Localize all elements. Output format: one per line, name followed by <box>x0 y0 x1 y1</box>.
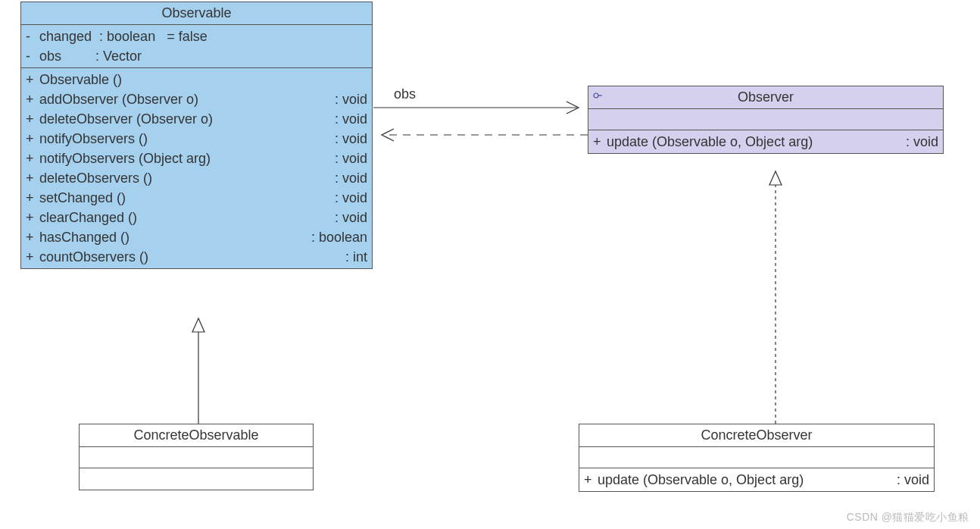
operation-row: +update (Observable o, Object arg) : voi… <box>584 470 929 490</box>
association-observable-to-observer <box>373 102 579 114</box>
attr-type: : Vector <box>95 46 142 66</box>
class-title: ConcreteObserver <box>579 424 934 447</box>
visibility: - <box>26 27 39 46</box>
visibility: - <box>26 46 39 66</box>
attributes-compartment <box>80 447 313 468</box>
attributes-compartment <box>579 447 934 468</box>
interface-lollipop-icon <box>593 91 602 100</box>
svg-point-0 <box>594 93 598 98</box>
operations-compartment: +update (Observable o, Object arg) : voi… <box>588 130 943 153</box>
operation-row: +notifyObservers () : void <box>26 129 367 149</box>
operations-compartment: +update (Observable o, Object arg) : voi… <box>579 468 934 491</box>
generalization-concreteobservable-to-observable <box>192 318 204 424</box>
attributes-compartment <box>588 109 943 130</box>
operation-row: +deleteObservers () : void <box>26 168 367 188</box>
attr-name: changed <box>39 27 99 46</box>
association-label-obs: obs <box>394 86 416 102</box>
operation-row: +setChanged () : void <box>26 188 367 208</box>
operation-row: +countObservers () : int <box>26 247 367 267</box>
class-title: ConcreteObservable <box>80 424 313 447</box>
svg-marker-7 <box>769 171 782 185</box>
uml-class-observable: Observable - changed : boolean = false -… <box>20 2 373 269</box>
attr-type: : boolean = false <box>99 27 208 46</box>
operation-row: +deleteObserver (Observer o) : void <box>26 109 367 129</box>
operation-row: +Observable () <box>26 70 367 89</box>
operation-row: +update (Observable o, Object arg) : voi… <box>593 132 938 152</box>
class-title: Observable <box>21 2 372 25</box>
operations-compartment: +Observable () +addObserver (Observer o)… <box>21 68 372 268</box>
operation-row: +hasChanged () : boolean <box>26 227 367 247</box>
attribute-row: - changed : boolean = false <box>26 27 367 46</box>
operation-row: +clearChanged () : void <box>26 208 367 227</box>
dependency-observer-to-observable <box>382 129 588 141</box>
attributes-compartment: - changed : boolean = false - obs : Vect… <box>21 25 372 68</box>
operations-compartment <box>80 468 313 490</box>
uml-class-concrete-observable: ConcreteObservable <box>79 424 314 490</box>
realization-concreteobserver-to-observer <box>769 171 782 424</box>
watermark-text: CSDN @猫猫爱吃小鱼粮 <box>847 511 969 524</box>
uml-class-concrete-observer: ConcreteObserver +update (Observable o, … <box>579 424 935 492</box>
attr-name: obs <box>39 46 95 66</box>
uml-class-observer: Observer +update (Observable o, Object a… <box>588 86 944 154</box>
class-title: Observer <box>588 86 943 109</box>
svg-marker-5 <box>192 318 204 332</box>
operation-row: +addObserver (Observer o) : void <box>26 89 367 109</box>
operation-row: +notifyObservers (Object arg) : void <box>26 149 367 168</box>
attribute-row: - obs : Vector <box>26 46 367 66</box>
